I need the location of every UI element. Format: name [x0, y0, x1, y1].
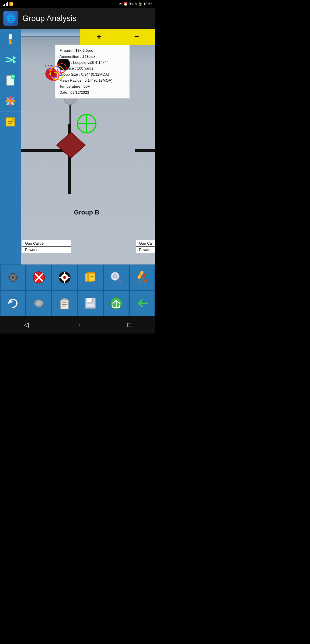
back-button[interactable] — [129, 290, 155, 316]
app-icon: 🌐 — [3, 11, 18, 26]
target-table: Gun Caliber Powder Gun Ca Powde — [21, 240, 155, 253]
svg-point-40 — [12, 276, 14, 279]
aim-icon — [58, 271, 71, 284]
bottom-toolbar — [0, 264, 155, 316]
svg-rect-75 — [92, 299, 93, 302]
settings-button[interactable] — [26, 290, 52, 316]
svg-marker-61 — [138, 280, 142, 284]
shuffle-icon — [4, 54, 16, 66]
zoom-controls: + − — [80, 29, 155, 45]
date-info: Date : 02/12/2023 — [59, 90, 125, 96]
app-header: 🌐 Group Analysis — [0, 8, 155, 29]
home-nav-button[interactable]: ○ — [67, 318, 88, 331]
svg-marker-3 — [13, 60, 16, 64]
bullet-holes-svg: + — [42, 59, 74, 85]
share-icon — [110, 297, 123, 310]
clipboard-button[interactable] — [52, 290, 78, 316]
notes-tool-button[interactable] — [78, 264, 103, 290]
svg-point-66 — [37, 302, 40, 305]
status-bar: 📶 👁 ⏰ 98% 🍃 10:52 — [0, 0, 155, 8]
battery-level: 98 — [129, 2, 133, 6]
status-right: 👁 ⏰ 98% 🍃 10:52 — [119, 2, 152, 6]
signal-strength — [3, 2, 8, 6]
table-row: Gun Caliber — [22, 240, 71, 247]
signal-area: 📶 — [3, 2, 13, 6]
share-button[interactable] — [103, 290, 129, 316]
leaf-icon: 🍃 — [138, 2, 142, 6]
table-row: Powder — [22, 247, 71, 253]
shuffle-tool-button[interactable] — [0, 49, 21, 70]
main-content: + − Firearm : T3x 6.5prc Ammunition : 14… — [0, 29, 155, 264]
alarm-icon: ⏰ — [123, 2, 128, 6]
left-sidebar — [0, 29, 21, 264]
svg-rect-1 — [8, 39, 12, 40]
eye-icon: 👁 — [119, 2, 122, 6]
save-floppy-icon — [84, 297, 97, 310]
group-b-label: Group B — [74, 209, 99, 216]
svg-point-37 — [86, 122, 88, 125]
navigation-bar: ◁ ○ □ — [0, 316, 155, 334]
toolbar-row-2 — [0, 290, 155, 316]
aim-tool-button[interactable] — [52, 264, 78, 290]
search-icon — [110, 271, 123, 284]
svg-rect-0 — [9, 34, 12, 39]
bullet-holes-cluster: + — [42, 59, 74, 85]
svg-rect-74 — [87, 303, 94, 307]
new-document-icon — [4, 74, 16, 87]
photos-icon — [4, 95, 16, 107]
svg-rect-53 — [89, 274, 95, 281]
back-arrow-icon — [136, 297, 148, 310]
note-icon — [4, 116, 16, 128]
svg-marker-33 — [57, 132, 85, 158]
brush-tool-button[interactable] — [0, 29, 21, 49]
red-x-icon — [32, 271, 45, 284]
wifi-icon: 📶 — [9, 2, 13, 6]
svg-rect-32 — [69, 105, 71, 124]
settings-gear-button[interactable] — [0, 264, 26, 290]
photos-button[interactable] — [0, 91, 21, 112]
notes-icon — [84, 271, 97, 284]
settings-gear-icon — [32, 297, 45, 310]
plus-icon: + — [97, 32, 101, 41]
green-crosshair — [77, 114, 97, 135]
delete-button[interactable] — [26, 264, 52, 290]
save-button[interactable] — [78, 290, 103, 316]
back-nav-button[interactable]: ◁ — [15, 318, 37, 331]
firearm-info: Firearm : T3x 6.5prc — [59, 48, 125, 54]
target-h-line-right — [135, 149, 155, 152]
target-diamond — [55, 131, 87, 161]
refresh-icon — [7, 297, 19, 310]
brush-icon — [4, 33, 16, 45]
new-document-button[interactable] — [0, 70, 21, 91]
target-background: Firearm : T3x 6.5prc Ammunition : 143eld… — [21, 29, 155, 264]
refresh-button[interactable] — [0, 290, 26, 316]
note-button[interactable] — [0, 112, 21, 132]
svg-marker-2 — [13, 56, 16, 60]
zoom-out-button[interactable]: − — [118, 29, 155, 45]
time-display: 10:52 — [144, 2, 152, 6]
recent-nav-button[interactable]: □ — [119, 318, 140, 331]
svg-rect-68 — [62, 299, 67, 301]
edit-tool-button[interactable] — [129, 264, 155, 290]
target-area[interactable]: + − Firearm : T3x 6.5prc Ammunition : 14… — [21, 29, 155, 264]
edit-pencil-icon — [136, 271, 148, 284]
table-row: Powde — [136, 247, 155, 253]
table-row: Gun Ca — [136, 240, 155, 247]
gear-black-icon — [7, 271, 19, 284]
toolbar-row-1 — [0, 264, 155, 290]
app-title: Group Analysis — [22, 14, 76, 23]
clipboard-icon — [58, 297, 71, 310]
minus-icon: − — [134, 32, 139, 41]
svg-point-46 — [63, 276, 66, 279]
svg-line-58 — [118, 279, 122, 283]
search-tool-button[interactable] — [103, 264, 129, 290]
zoom-in-button[interactable]: + — [80, 29, 118, 45]
